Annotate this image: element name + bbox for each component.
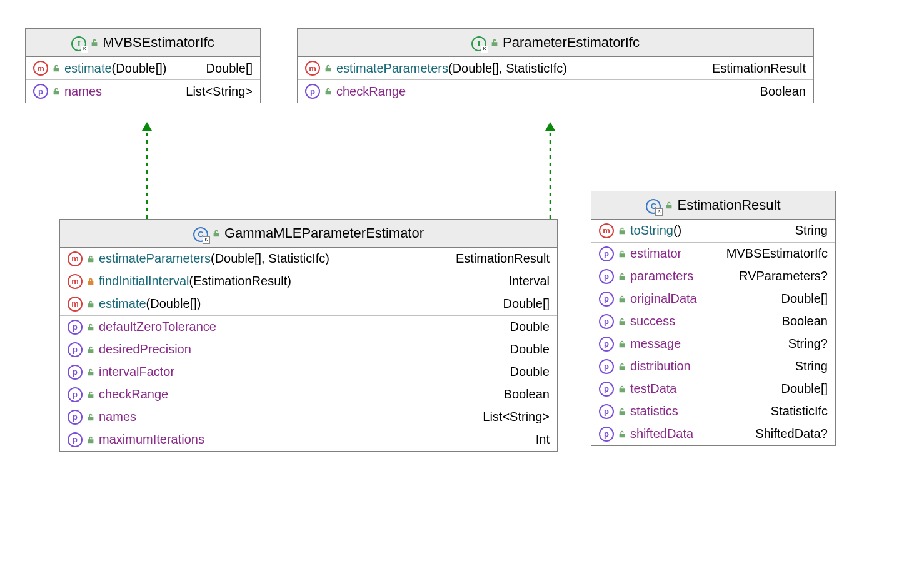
property-row[interactable]: pshiftedDataShiftedData?: [591, 423, 835, 445]
method-icon: m: [33, 61, 48, 76]
property-type: Boolean: [782, 314, 828, 328]
method-name: toString: [630, 223, 673, 237]
property-row[interactable]: pestimatorMVBSEstimatorIfc: [591, 243, 835, 265]
method-params: (): [673, 223, 681, 237]
class-title: GammaMLEParameterEstimator: [224, 225, 424, 241]
property-type: Int: [536, 432, 550, 447]
methods-section: m estimate(Double[]) Double[]: [26, 57, 260, 80]
lock-open-icon: [86, 300, 95, 308]
method-icon: m: [599, 223, 614, 238]
methods-section: m estimateParameters(Double[], Statistic…: [60, 248, 557, 316]
method-row[interactable]: m toString() String: [591, 220, 835, 242]
method-row[interactable]: m estimate(Double[]) Double[]: [60, 293, 557, 315]
property-icon: p: [305, 84, 320, 99]
properties-section: p checkRange Boolean: [298, 80, 813, 103]
lock-open-icon: [52, 64, 61, 73]
lock-open-icon: [665, 201, 673, 210]
method-icon: m: [68, 297, 83, 312]
property-row[interactable]: psuccessBoolean: [591, 310, 835, 333]
property-type: String: [795, 359, 828, 373]
lock-open-icon: [618, 272, 626, 281]
property-name: desiredPrecision: [99, 342, 191, 357]
property-type: Double: [510, 320, 550, 334]
property-name: parameters: [630, 269, 693, 283]
property-row[interactable]: pdistributionString: [591, 355, 835, 378]
property-row[interactable]: pstatisticsStatisticIfc: [591, 400, 835, 423]
lock-open-icon: [86, 435, 95, 444]
lock-open-icon: [86, 368, 95, 377]
class-header: C K EstimationResult: [591, 191, 835, 220]
property-type: MVBSEstimatorIfc: [726, 246, 828, 261]
method-row[interactable]: m estimateParameters(Double[], Statistic…: [60, 248, 557, 270]
method-return: Double[]: [206, 61, 253, 76]
lock-closed-icon: [86, 277, 95, 286]
property-icon: p: [599, 359, 614, 374]
property-row[interactable]: pparametersRVParameters?: [591, 265, 835, 288]
class-mvbs-estimator-ifc[interactable]: I K MVBSEstimatorIfc m estimate(Double[]…: [25, 28, 261, 103]
method-params: (Double[]): [112, 61, 167, 75]
property-type: ShiftedData?: [755, 427, 828, 441]
property-icon: p: [599, 314, 614, 329]
implements-arrow-param: [544, 122, 556, 222]
method-return: String: [795, 223, 828, 238]
property-row[interactable]: pdefaultZeroTolerance Double: [60, 316, 557, 338]
method-return: EstimationResult: [712, 61, 806, 76]
method-row[interactable]: m findInitialInterval(EstimationResult) …: [60, 270, 557, 293]
property-row[interactable]: pintervalFactor Double: [60, 361, 557, 383]
property-type: Double: [510, 342, 550, 357]
method-row[interactable]: m estimate(Double[]) Double[]: [26, 57, 260, 79]
kotlin-badge-icon: K: [481, 46, 488, 53]
property-name: intervalFactor: [99, 365, 174, 379]
lock-open-icon: [324, 87, 333, 96]
property-name: shiftedData: [630, 427, 693, 441]
property-row[interactable]: poriginalDataDouble[]: [591, 288, 835, 310]
property-row[interactable]: ptestDataDouble[]: [591, 378, 835, 400]
lock-open-icon: [618, 385, 626, 393]
property-icon: p: [68, 410, 83, 425]
property-icon: p: [599, 337, 614, 352]
lock-open-icon: [86, 255, 95, 263]
method-row[interactable]: m estimateParameters(Double[], Statistic…: [298, 57, 813, 79]
property-type: Boolean: [504, 387, 550, 402]
kotlin-badge-icon: K: [203, 236, 210, 244]
property-row[interactable]: pnames List<String>: [60, 406, 557, 428]
property-name: testData: [630, 382, 676, 396]
property-icon: p: [599, 246, 614, 261]
method-return: Interval: [508, 274, 550, 288]
property-type: Boolean: [760, 84, 806, 99]
property-icon: p: [68, 387, 83, 402]
property-icon: p: [599, 404, 614, 419]
methods-section: m toString() String: [591, 220, 835, 243]
class-gamma-mle-parameter-estimator[interactable]: C K GammaMLEParameterEstimator m estimat…: [59, 219, 558, 452]
properties-section: p names List<String>: [26, 80, 260, 103]
method-return: EstimationResult: [456, 251, 550, 266]
property-row[interactable]: p checkRange Boolean: [298, 80, 813, 103]
property-icon: p: [599, 292, 614, 307]
property-type: StatisticIfc: [771, 404, 828, 418]
property-name: names: [99, 410, 136, 424]
property-type: List<String>: [483, 410, 550, 424]
property-name: statistics: [630, 404, 678, 418]
kotlin-badge-icon: K: [81, 46, 88, 53]
property-row[interactable]: pmaximumIterations Int: [60, 428, 557, 451]
property-icon: p: [599, 427, 614, 442]
method-params: (Double[]): [146, 297, 201, 310]
lock-open-icon: [618, 226, 626, 235]
lock-open-icon: [212, 229, 221, 238]
method-name: findInitialInterval: [99, 274, 189, 288]
property-icon: p: [68, 342, 83, 357]
method-params: (Double[], StatisticIfc): [448, 61, 567, 75]
class-title: EstimationResult: [677, 197, 780, 213]
property-type: Double[]: [781, 382, 828, 396]
class-estimation-result[interactable]: C K EstimationResult m toString() String…: [591, 191, 836, 446]
property-type: List<String>: [186, 84, 253, 99]
lock-open-icon: [324, 64, 333, 73]
method-name: estimate: [99, 297, 146, 310]
property-row[interactable]: pmessageString?: [591, 333, 835, 355]
property-name: checkRange: [99, 387, 168, 402]
property-row[interactable]: pcheckRange Boolean: [60, 383, 557, 406]
property-row[interactable]: p names List<String>: [26, 80, 260, 103]
property-row[interactable]: pdesiredPrecision Double: [60, 338, 557, 361]
class-header: C K GammaMLEParameterEstimator: [60, 220, 557, 248]
class-parameter-estimator-ifc[interactable]: I K ParameterEstimatorIfc m estimatePara…: [297, 28, 814, 103]
